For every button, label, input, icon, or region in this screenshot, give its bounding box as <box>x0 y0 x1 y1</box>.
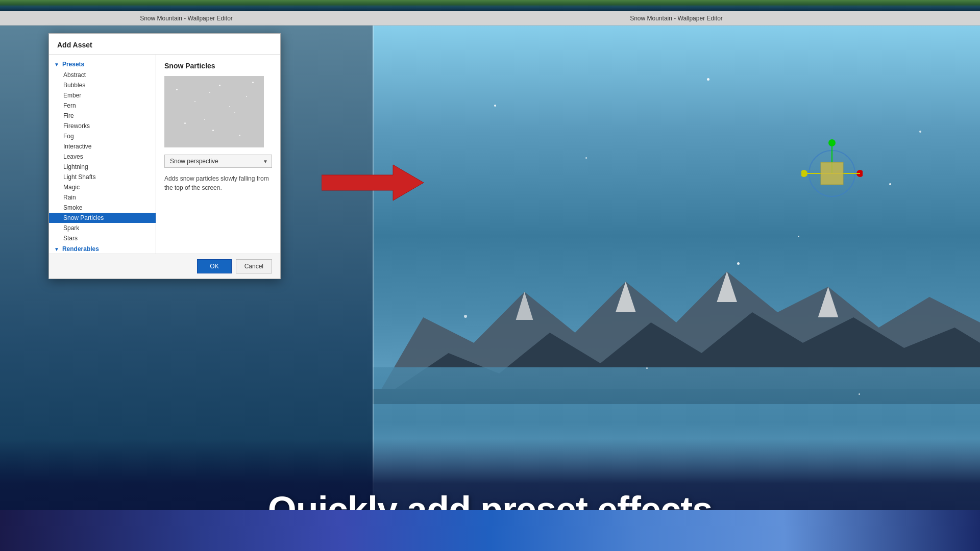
tree-item-smoke[interactable]: Smoke <box>49 203 156 213</box>
renderables-chevron: ▼ <box>54 246 59 252</box>
tree-item-light-shafts[interactable]: Light Shafts <box>49 172 156 182</box>
tree-item-ember[interactable]: Ember <box>49 90 156 101</box>
snow-preview-box <box>164 76 264 147</box>
renderables-section-header[interactable]: ▼ Renderables <box>49 243 156 254</box>
presets-chevron: ▼ <box>54 62 59 67</box>
tree-item-leaves[interactable]: Leaves <box>49 152 156 162</box>
tree-item-interactive[interactable]: Interactive <box>49 141 156 152</box>
tree-item-fireworks[interactable]: Fireworks <box>49 121 156 131</box>
tree-item-lightning[interactable]: Lightning <box>49 162 156 172</box>
ok-button[interactable]: OK <box>197 259 231 273</box>
top-decorative-bar <box>0 0 980 11</box>
svg-point-7 <box>809 151 855 196</box>
bottom-strip <box>0 510 980 551</box>
tree-item-stars[interactable]: Stars <box>49 233 156 243</box>
transform-widget <box>801 138 863 201</box>
tree-item-rain[interactable]: Rain <box>49 192 156 203</box>
svg-point-8 <box>828 139 836 146</box>
tree-item-abstract[interactable]: Abstract <box>49 70 156 80</box>
tree-item-fern[interactable]: Fern <box>49 101 156 111</box>
tree-item-fog[interactable]: Fog <box>49 131 156 141</box>
tree-item-spark[interactable]: Spark <box>49 223 156 233</box>
tree-item-bubbles[interactable]: Bubbles <box>49 80 156 90</box>
content-description: Adds snow particles slowly falling from … <box>164 174 272 192</box>
tree-item-fire[interactable]: Fire <box>49 111 156 121</box>
renderables-label: Renderables <box>62 245 99 253</box>
dialog-title: Add Asset <box>49 34 280 55</box>
add-asset-dialog: Add Asset ▼ Presets Abstract Bubbles Emb… <box>48 33 281 279</box>
presets-section-header[interactable]: ▼ Presets <box>49 59 156 70</box>
tree-item-magic[interactable]: Magic <box>49 182 156 192</box>
presets-label: Presets <box>62 61 84 68</box>
svg-point-9 <box>801 170 807 177</box>
variant-dropdown-wrapper[interactable]: Snow perspective Snow front Snow blizzar… <box>164 155 272 168</box>
cancel-button[interactable]: Cancel <box>236 259 272 273</box>
variant-dropdown[interactable]: Snow perspective Snow front Snow blizzar… <box>164 155 272 168</box>
title-bar-left: Snow Mountain - Wallpaper Editor <box>0 11 373 26</box>
title-bar-right: Snow Mountain - Wallpaper Editor <box>373 11 980 26</box>
tree-item-snow-particles[interactable]: Snow Particles <box>49 213 156 223</box>
dialog-body: ▼ Presets Abstract Bubbles Ember Fern Fi… <box>49 55 280 254</box>
svg-rect-13 <box>821 162 843 185</box>
content-panel: Snow Particles <box>156 55 280 254</box>
content-title: Snow Particles <box>164 62 272 70</box>
tree-panel[interactable]: ▼ Presets Abstract Bubbles Ember Fern Fi… <box>49 55 156 254</box>
svg-point-10 <box>856 170 863 177</box>
dialog-footer: OK Cancel <box>49 254 280 279</box>
